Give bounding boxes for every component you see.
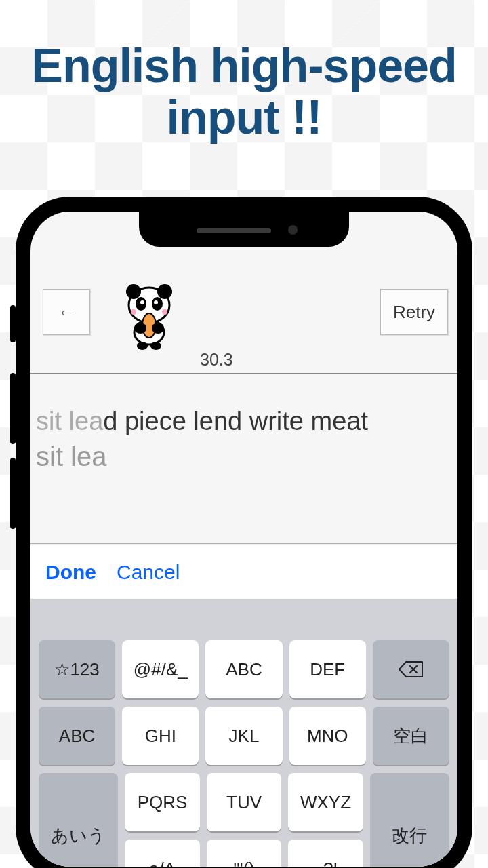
side-button-volume-up [10,373,16,444]
user-input[interactable]: sit lea [36,441,452,472]
target-text-typed: sit lea [36,407,103,435]
key-numsym[interactable]: ☆123 [39,640,115,698]
key-case[interactable]: a/A [125,840,200,867]
retry-button[interactable]: Retry [380,289,448,335]
done-button[interactable]: Done [45,561,96,584]
side-button-silent [10,305,16,342]
svg-point-1 [126,284,141,299]
key-mno[interactable]: MNO [289,707,366,765]
svg-point-7 [131,309,136,315]
key-ghi[interactable]: GHI [122,707,199,765]
key-space[interactable]: 空白 [373,707,449,765]
target-text-remaining: d piece lend write meat [103,407,368,435]
key-jkl[interactable]: JKL [205,707,282,765]
action-row: Done Cancel [30,545,458,599]
notch [139,212,349,247]
back-button[interactable]: ← [43,289,90,335]
target-text: sit lead piece lend write meat [36,407,452,436]
svg-point-5 [140,300,144,304]
key-quotes[interactable]: '"() [207,840,282,867]
typing-area: sit lead piece lend write meat sit lea [30,374,458,544]
key-mode-abc[interactable]: ABC [39,707,115,765]
key-abc[interactable]: ABC [205,640,282,698]
key-mode-kana[interactable]: あいう [39,773,118,867]
svg-point-8 [162,309,167,315]
key-pqrs[interactable]: PQRS [125,773,200,831]
timer-value: 30.3 [200,350,233,370]
svg-point-13 [137,342,148,350]
key-tuv[interactable]: TUV [207,773,282,831]
key-def[interactable]: DEF [289,640,366,698]
backspace-icon [399,660,423,678]
headline: English high-speed input !! [0,0,488,150]
side-button-volume-down [10,458,16,529]
svg-point-2 [157,284,172,299]
svg-point-11 [134,323,146,334]
svg-point-12 [152,323,164,334]
key-return[interactable]: 改行 [370,773,449,867]
top-bar: ← [30,286,458,374]
svg-point-6 [154,300,158,304]
keyboard: ☆123 @#/&_ ABC DEF ABC GHI JKL MNO 空白 [30,599,458,867]
svg-point-14 [150,342,161,350]
key-wxyz[interactable]: WXYZ [288,773,363,831]
panda-icon [119,282,180,350]
cancel-button[interactable]: Cancel [117,561,180,584]
key-backspace[interactable] [373,640,449,698]
key-symbols[interactable]: @#/&_ [122,640,199,698]
back-arrow-icon: ← [58,302,75,323]
phone-screen: ← [30,212,458,867]
key-punct[interactable]: .,?! [288,840,363,867]
phone-frame: ← [16,197,472,868]
